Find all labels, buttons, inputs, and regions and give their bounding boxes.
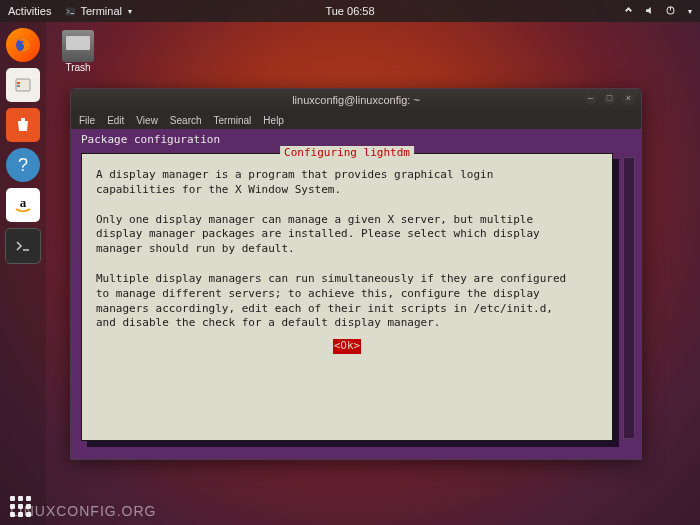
menu-terminal[interactable]: Terminal [214,115,252,126]
menu-search[interactable]: Search [170,115,202,126]
desktop: Activities Terminal ▾ Tue 06:58 ▾ ? a Tr… [0,0,700,525]
svg-rect-7 [21,118,25,122]
svg-rect-2 [670,6,671,10]
active-app-label: Terminal [80,5,122,17]
debconf-para1: A display manager is a program that prov… [96,168,493,196]
dock-help-icon[interactable]: ? [6,148,40,182]
window-close-button[interactable]: × [622,92,635,105]
power-icon[interactable] [665,5,676,18]
network-icon[interactable] [623,5,634,18]
debconf-ok-button[interactable]: <Ok> [333,339,362,354]
svg-rect-6 [17,85,20,87]
window-title: linuxconfig@linuxconfig: ~ [292,94,420,106]
active-app-menu[interactable]: Terminal ▾ [65,5,132,17]
terminal-icon [65,6,76,17]
chevron-down-icon: ▾ [128,7,132,16]
terminal-scrollbar[interactable] [623,157,635,439]
window-maximize-button[interactable]: □ [603,92,616,105]
dock-files-icon[interactable] [6,68,40,102]
window-titlebar[interactable]: linuxconfig@linuxconfig: ~ – □ × [71,89,641,111]
menu-edit[interactable]: Edit [107,115,124,126]
clock[interactable]: Tue 06:58 [325,5,374,17]
window-menubar: File Edit View Search Terminal Help [71,111,641,129]
menu-help[interactable]: Help [263,115,284,126]
debconf-para3: Multiple display managers can run simult… [96,272,566,330]
svg-rect-0 [66,7,76,15]
dock-firefox-icon[interactable] [6,28,40,62]
desktop-trash-icon[interactable]: Trash [55,30,101,73]
terminal-body: Package configuration Configuring lightd… [71,129,641,459]
debconf-title: Configuring lightdm [280,146,414,159]
svg-rect-5 [17,82,20,84]
debconf-text: A display manager is a program that prov… [82,154,612,364]
svg-text:a: a [20,195,27,210]
window-minimize-button[interactable]: – [584,92,597,105]
sound-icon[interactable] [644,5,655,18]
debconf-dialog: Configuring lightdm A display manager is… [81,153,613,441]
chevron-down-icon: ▾ [688,7,692,16]
terminal-window: linuxconfig@linuxconfig: ~ – □ × File Ed… [70,88,642,460]
debconf-header: Package configuration [81,133,631,146]
trash-icon [62,30,94,62]
top-bar: Activities Terminal ▾ Tue 06:58 ▾ [0,0,700,22]
trash-label: Trash [55,62,101,73]
dock-software-icon[interactable] [6,108,40,142]
dock-amazon-icon[interactable]: a [6,188,40,222]
dock-terminal-icon[interactable] [5,228,41,264]
menu-file[interactable]: File [79,115,95,126]
menu-view[interactable]: View [136,115,158,126]
activities-button[interactable]: Activities [8,5,51,17]
dock: ? a [0,22,46,525]
debconf-para2: Only one display manager can manage a gi… [96,213,540,256]
watermark: LINUXCONFIG.ORG [10,503,156,519]
